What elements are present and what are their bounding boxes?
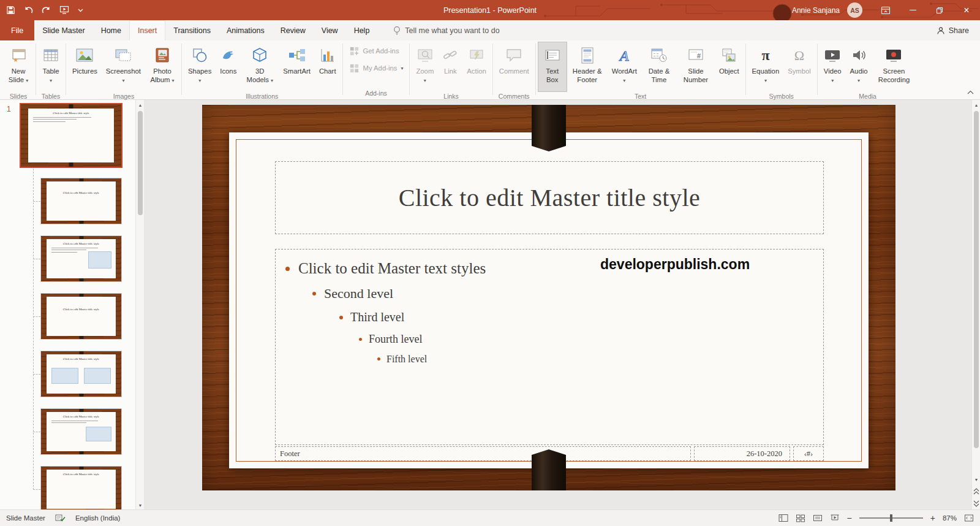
fit-slide-to-window-button[interactable] — [964, 514, 974, 522]
chart-icon — [320, 44, 336, 66]
zoom-in-button[interactable]: + — [930, 513, 935, 523]
zoom-percentage[interactable]: 87% — [943, 514, 957, 522]
symbol-label: Symbol — [788, 67, 811, 75]
next-slide-button[interactable] — [972, 498, 980, 509]
zoom-slider[interactable] — [859, 514, 923, 522]
link-button[interactable]: Link — [438, 42, 462, 92]
slideshow-view-button[interactable] — [830, 514, 840, 522]
thumbnail-title: Click to edit Master title style — [47, 242, 116, 246]
layout-thumbnail-2[interactable]: Click to edit Master title style — [41, 236, 121, 281]
object-button[interactable]: Object — [715, 42, 744, 92]
wordart-button[interactable]: A WordArt▾ — [608, 42, 641, 92]
icons-button[interactable]: Icons — [216, 42, 241, 92]
dropdown-icon: ▾ — [831, 78, 834, 83]
tab-review[interactable]: Review — [273, 20, 314, 40]
title-placeholder[interactable]: Click to edit Master title style — [275, 161, 824, 234]
equation-button[interactable]: π Equation▾ — [748, 42, 784, 92]
zoom-button[interactable]: Zoom▾ — [412, 42, 438, 92]
screenshot-button[interactable]: Screenshot▾ — [102, 42, 145, 92]
undo-button[interactable] — [24, 6, 33, 15]
bullet-text: Fourth level — [369, 329, 423, 349]
tab-transitions[interactable]: Transitions — [165, 20, 219, 40]
tab-animations[interactable]: Animations — [219, 20, 273, 40]
layout-thumbnail-4[interactable]: Click to edit Master title style — [41, 351, 121, 397]
date-placeholder[interactable]: 26-10-2020 — [694, 446, 790, 461]
shapes-button[interactable]: Shapes▾ — [184, 42, 216, 92]
slide-master[interactable]: Click to edit Master title style Click t… — [229, 132, 869, 468]
language-indicator[interactable]: English (India) — [75, 514, 121, 522]
body-placeholder[interactable]: Click to edit Master text styles Second … — [275, 249, 824, 445]
master-slide-thumbnail[interactable]: Click to edit Master title style — [21, 104, 121, 167]
reading-view-button[interactable] — [813, 514, 823, 522]
minimize-button[interactable] — [899, 0, 926, 20]
previous-slide-button[interactable] — [972, 486, 980, 497]
pictures-button[interactable]: Pictures — [68, 42, 102, 92]
tab-slide-master[interactable]: Slide Master — [34, 20, 92, 40]
chart-button[interactable]: Chart — [315, 42, 341, 92]
scroll-down-arrow[interactable]: ▼ — [972, 475, 980, 484]
3d-models-button[interactable]: 3D Models ▾ — [241, 42, 279, 92]
share-button[interactable]: Share — [925, 20, 980, 40]
my-addins-button[interactable]: My Add-ins ▾ — [345, 61, 408, 75]
thumbnail-graphic — [84, 368, 111, 384]
header-footer-button[interactable]: Header & Footer — [567, 42, 608, 92]
text-box-button[interactable]: Text Box — [538, 42, 567, 92]
redo-button[interactable] — [42, 6, 51, 15]
footer-placeholder[interactable]: Footer — [275, 446, 691, 461]
ribbon-display-options-button[interactable] — [872, 0, 899, 20]
restore-button[interactable] — [926, 0, 953, 20]
get-addins-button[interactable]: Get Add-ins — [345, 44, 404, 58]
scrollbar-thumb[interactable] — [138, 111, 143, 215]
close-button[interactable]: × — [953, 0, 980, 20]
tab-file[interactable]: File — [0, 20, 34, 40]
scrollbar-thumb[interactable] — [974, 111, 979, 448]
thumbnail-paper: Click to edit Master title style — [28, 109, 114, 162]
thumbnail-wood-frame: Click to edit Master title style — [41, 467, 121, 510]
scroll-up-arrow[interactable]: ▲ — [972, 100, 980, 110]
ribbon-tab-row: File Slide Master Home Insert Transition… — [0, 20, 980, 41]
user-name[interactable]: Annie Sanjana — [792, 6, 840, 15]
action-button[interactable]: Action — [462, 42, 490, 92]
canvas-scrollbar[interactable]: ▲ ▼ — [971, 100, 980, 510]
tab-home[interactable]: Home — [93, 20, 129, 40]
layout-thumbnail-3[interactable]: Click to edit Master title style — [41, 294, 121, 339]
audio-button[interactable]: Audio▾ — [846, 42, 872, 92]
comment-label: Comment — [499, 67, 529, 75]
photo-album-button[interactable]: Photo Album ▾ — [145, 42, 179, 92]
scroll-up-arrow[interactable]: ▲ — [136, 100, 145, 110]
screen-recording-button[interactable]: Screen Recording — [872, 42, 916, 92]
save-button[interactable] — [6, 6, 15, 15]
start-from-beginning-button[interactable] — [59, 6, 69, 15]
slide-sorter-view-button[interactable] — [796, 514, 805, 522]
scroll-down-arrow[interactable]: ▼ — [136, 500, 145, 510]
slide-number-placeholder[interactable]: ‹#› — [793, 446, 824, 461]
symbol-button[interactable]: Ω Symbol — [783, 42, 815, 92]
collapse-ribbon-button[interactable] — [967, 86, 974, 97]
date-time-button[interactable]: Date & Time — [641, 42, 677, 92]
zoom-out-button[interactable]: − — [847, 513, 852, 523]
bullet-level-3: Third level — [276, 306, 823, 329]
layout-thumbnail-1[interactable]: Click to edit Master title style — [41, 178, 121, 224]
layout-thumbnail-5[interactable]: Click to edit Master title style — [41, 409, 121, 454]
tab-insert[interactable]: Insert — [129, 20, 165, 40]
layout-thumbnail-6[interactable]: Click to edit Master title style — [41, 467, 121, 510]
zoom-slider-thumb[interactable] — [890, 514, 892, 522]
comment-button[interactable]: Comment — [495, 42, 533, 92]
screen-recording-icon — [885, 44, 902, 66]
smartart-button[interactable]: SmartArt — [279, 42, 315, 92]
tab-help[interactable]: Help — [346, 20, 378, 40]
bullet-text: Second level — [324, 281, 393, 306]
normal-view-button[interactable] — [778, 514, 788, 522]
table-button[interactable]: Table▾ — [38, 42, 64, 92]
new-slide-button[interactable]: New Slide ▾ — [3, 42, 34, 92]
tell-me-search[interactable]: Tell me what you want to do — [393, 20, 499, 40]
tab-view[interactable]: View — [314, 20, 346, 40]
video-button[interactable]: Video▾ — [820, 42, 846, 92]
avatar[interactable]: AS — [847, 2, 862, 18]
thumbnail-panel-scrollbar[interactable]: ▲ ▼ — [135, 100, 144, 510]
slide-number-button[interactable]: # Slide Number — [677, 42, 715, 92]
wordart-icon: A — [616, 44, 633, 66]
qat-customize-button[interactable] — [78, 9, 83, 12]
spell-check-icon[interactable] — [55, 514, 66, 522]
view-indicator[interactable]: Slide Master — [6, 514, 45, 522]
